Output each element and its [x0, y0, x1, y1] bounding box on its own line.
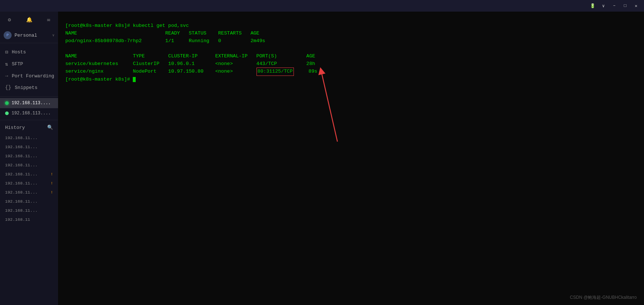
close-button[interactable]: ✕: [631, 1, 641, 11]
history-item-2[interactable]: 192.168.11...: [0, 142, 58, 151]
bell-icon[interactable]: 🔔: [24, 15, 34, 25]
titlebar-controls: 🔋 ∨ – □ ✕: [587, 1, 644, 11]
port-forwarding-label: Port Forwarding: [12, 73, 54, 79]
personal-avatar: P: [4, 31, 12, 39]
history-item-4[interactable]: 192.168.11...: [0, 160, 58, 170]
highlighted-port: 80:31125/TCP: [257, 68, 294, 76]
sidebar: ⚙ 🔔 ✉ P Personal ∨ ⊟ Hosts ⇅ SFTP → Port…: [0, 0, 58, 305]
terminal-prompt-line: [root@k8s-master k8s]#: [65, 77, 136, 82]
snippets-label: Snippets: [15, 85, 37, 90]
terminal-line-3: pod/nginx-85b98978db-7rhp2 1/1 Running 0…: [65, 38, 265, 44]
personal-section[interactable]: P Personal ∨: [0, 29, 58, 41]
history-section-header: History 🔍: [0, 122, 58, 133]
personal-label: Personal: [15, 33, 37, 38]
divider-1: [0, 43, 58, 43]
hosts-label: Hosts: [12, 49, 26, 55]
sidebar-top-icons: ⚙ 🔔 ✉: [0, 12, 58, 28]
history-item-3[interactable]: 192.168.11...: [0, 151, 58, 160]
history-item-1[interactable]: 192.168.11...: [0, 133, 58, 142]
terminal-line-7: service/nginx NodePort 10.97.150.80 <non…: [65, 69, 317, 74]
sftp-label: SFTP: [12, 61, 23, 67]
terminal-line-5: NAME TYPE CLUSTER-IP EXTERNAL-IP PORT(S)…: [65, 53, 315, 59]
history-item-label-6: 192.168.11...: [5, 181, 38, 186]
history-item-label-2: 192.168.11...: [5, 145, 38, 149]
hosts-icon: ⊟: [5, 49, 8, 55]
history-item-label-5: 192.168.11...: [5, 172, 38, 176]
port-forwarding-icon: →: [5, 73, 8, 79]
connected-host-2[interactable]: 192.168.113....: [0, 108, 58, 118]
sidebar-item-hosts[interactable]: ⊟ Hosts: [0, 46, 58, 58]
divider-2: [0, 96, 58, 97]
history-item-warning-5: !: [50, 172, 53, 176]
watermark: CSDN @鲍海超-GNUBHCkalitarro: [570, 294, 637, 301]
history-item-label-1: 192.168.11...: [5, 135, 38, 140]
history-item-warning-6: !: [50, 181, 53, 186]
settings-icon[interactable]: ⚙: [4, 15, 15, 25]
sidebar-item-snippets[interactable]: {} Snippets: [0, 82, 58, 93]
history-item-10[interactable]: 192.168.11: [0, 215, 58, 224]
titlebar: 🔋 ∨ – □ ✕: [0, 0, 644, 12]
maximize-button[interactable]: □: [620, 1, 630, 11]
history-item-label-10: 192.168.11: [5, 217, 30, 222]
history-item-7[interactable]: 192.168.11...!: [0, 188, 58, 197]
history-list: 192.168.11...192.168.11...192.168.11...1…: [0, 133, 58, 224]
connected-host-1[interactable]: 192.168.113....: [0, 98, 58, 108]
history-item-label-8: 192.168.11...: [5, 199, 38, 204]
divider-3: [0, 120, 58, 120]
sidebar-item-sftp[interactable]: ⇅ SFTP: [0, 58, 58, 70]
terminal-line-blank: [65, 46, 68, 51]
terminal-cursor: [133, 77, 136, 82]
history-item-label-3: 192.168.11...: [5, 154, 38, 158]
terminal-area[interactable]: [root@k8s-master k8s]# kubectl get pod,s…: [58, 0, 644, 305]
compose-icon[interactable]: ✉: [44, 15, 54, 25]
history-item-8[interactable]: 192.168.11...: [0, 197, 58, 206]
history-item-label-9: 192.168.11...: [5, 208, 38, 213]
nav-section: ⊟ Hosts ⇅ SFTP → Port Forwarding {} Snip…: [0, 45, 58, 95]
history-item-5[interactable]: 192.168.11...!: [0, 170, 58, 179]
history-item-warning-7: !: [50, 190, 53, 195]
history-search-icon[interactable]: 🔍: [47, 125, 53, 130]
history-label: History: [5, 125, 25, 130]
terminal-line-1: [root@k8s-master k8s]# kubectl get pod,s…: [65, 23, 189, 28]
terminal-line-2: NAME READY STATUS RESTARTS AGE: [65, 30, 259, 36]
chevron-icon: ∨: [598, 1, 608, 11]
personal-chevron: ∨: [52, 33, 54, 37]
terminal-line-6: service/kubernetes ClusterIP 10.96.0.1 <…: [65, 61, 315, 66]
host-dot-active-1: [5, 101, 9, 105]
sidebar-item-port-forwarding[interactable]: → Port Forwarding: [0, 70, 58, 82]
battery-icon: 🔋: [587, 1, 598, 11]
history-item-label-4: 192.168.11...: [5, 163, 38, 167]
host-label-1: 192.168.113....: [12, 101, 51, 106]
minimize-button[interactable]: –: [609, 1, 619, 11]
host-label-2: 192.168.113....: [12, 111, 51, 116]
snippets-icon: {}: [5, 85, 11, 90]
terminal-output: [root@k8s-master k8s]# kubectl get pod,s…: [65, 15, 637, 91]
history-item-label-7: 192.168.11...: [5, 190, 38, 195]
host-dot-2: [5, 111, 9, 115]
sftp-icon: ⇅: [5, 61, 8, 67]
history-item-9[interactable]: 192.168.11...: [0, 206, 58, 215]
history-item-6[interactable]: 192.168.11...!: [0, 179, 58, 188]
